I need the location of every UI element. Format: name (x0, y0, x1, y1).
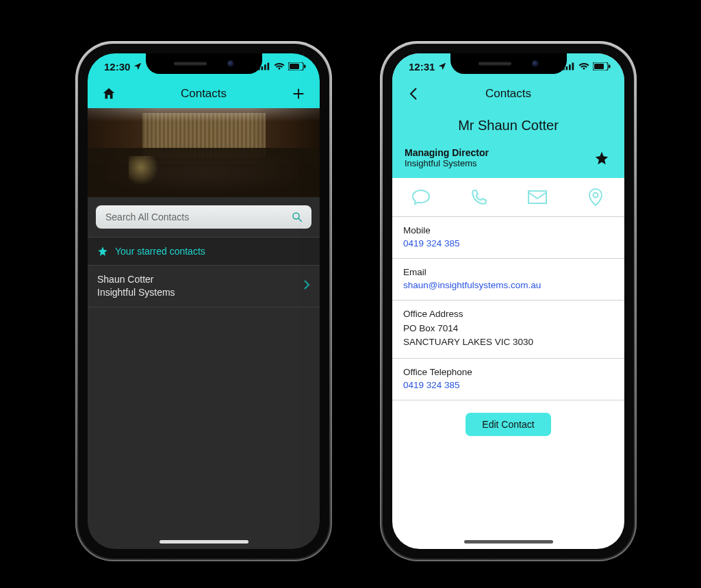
starred-header: Your starred contacts (88, 237, 320, 266)
detail-office-tel: Office Telephone 0419 324 385 (392, 359, 624, 400)
svg-line-8 (298, 218, 302, 222)
status-time: 12:31 (409, 61, 435, 73)
home-indicator[interactable] (464, 540, 553, 544)
page-title: Contacts (119, 87, 288, 101)
svg-rect-1 (262, 66, 264, 70)
chevron-right-icon (303, 279, 310, 293)
contact-company: Insightful Systems (97, 286, 175, 299)
chevron-back-icon (409, 87, 418, 101)
search-input[interactable] (104, 211, 282, 223)
detail-label: Mobile (403, 225, 613, 235)
detail-label: Office Telephone (403, 367, 613, 377)
location-pin-icon (588, 188, 603, 207)
svg-rect-6 (304, 65, 306, 68)
chat-bubble-icon (411, 188, 431, 206)
search-icon (291, 211, 303, 223)
email-action[interactable] (524, 183, 551, 211)
location-arrow-icon (437, 62, 447, 71)
message-action[interactable] (407, 183, 435, 211)
phone-contact-detail: 12:31 Contacts Mr Shau (380, 41, 637, 561)
address-line1: PO Box 7014 (403, 322, 613, 335)
add-contact-button[interactable] (288, 84, 309, 104)
svg-rect-12 (572, 63, 574, 71)
contact-company: Insightful Systems (405, 158, 489, 168)
action-row (392, 178, 624, 217)
svg-rect-14 (594, 64, 604, 69)
details-list: Mobile 0419 324 385 Email shaun@insightf… (392, 217, 624, 507)
back-button[interactable] (403, 84, 424, 104)
phone-contacts-list: 12:30 Contacts (75, 41, 332, 561)
status-time: 12:30 (104, 61, 130, 73)
detail-mobile: Mobile 0419 324 385 (392, 217, 624, 259)
svg-rect-15 (609, 65, 611, 68)
device-notch (450, 53, 567, 74)
svg-rect-2 (264, 64, 266, 70)
detail-label: Office Address (403, 309, 613, 319)
call-action[interactable] (466, 183, 493, 211)
svg-rect-11 (569, 64, 571, 70)
device-notch (146, 53, 262, 74)
wifi-icon (578, 62, 589, 71)
contact-role: Managing Director (405, 147, 489, 158)
battery-icon (593, 62, 611, 71)
address-line2: SANCTUARY LAKES VIC 3030 (403, 335, 613, 349)
detail-address: Office Address PO Box 7014 SANCTUARY LAK… (392, 301, 624, 359)
detail-label: Email (403, 267, 613, 277)
edit-contact-button[interactable]: Edit Contact (466, 413, 550, 436)
navbar: Contacts (88, 79, 320, 108)
navbar: Contacts (392, 79, 624, 108)
starred-label: Your starred contacts (115, 246, 205, 257)
plus-icon (291, 86, 306, 101)
battery-icon (288, 62, 306, 71)
mail-icon (527, 190, 548, 205)
star-icon (97, 246, 108, 257)
svg-rect-3 (268, 63, 270, 71)
home-button[interactable] (99, 84, 119, 104)
location-arrow-icon (133, 62, 142, 71)
phone-icon (470, 188, 488, 206)
contact-name: Shaun Cotter (97, 273, 175, 286)
office-tel-link[interactable]: 0419 324 385 (403, 380, 613, 390)
svg-rect-16 (528, 191, 546, 203)
contact-full-name: Mr Shaun Cotter (392, 108, 624, 147)
svg-point-17 (593, 193, 598, 198)
page-title: Contacts (424, 87, 593, 101)
detail-email: Email shaun@insightfulsystems.com.au (392, 259, 624, 301)
home-indicator[interactable] (160, 540, 248, 544)
star-toggle[interactable] (591, 148, 612, 168)
search-field[interactable] (96, 205, 311, 229)
svg-point-7 (293, 213, 299, 219)
contact-row[interactable]: Shaun Cotter Insightful Systems (88, 266, 320, 307)
map-action[interactable] (582, 183, 609, 211)
star-icon (594, 151, 609, 166)
contacts-body: Your starred contacts Shaun Cotter Insig… (88, 108, 320, 549)
svg-rect-10 (566, 66, 568, 70)
hero-image (88, 108, 320, 197)
email-link[interactable]: shaun@insightfulsystems.com.au (403, 280, 613, 290)
wifi-icon (274, 62, 285, 71)
svg-rect-5 (290, 64, 299, 69)
home-icon (101, 86, 116, 101)
mobile-link[interactable]: 0419 324 385 (403, 238, 613, 248)
